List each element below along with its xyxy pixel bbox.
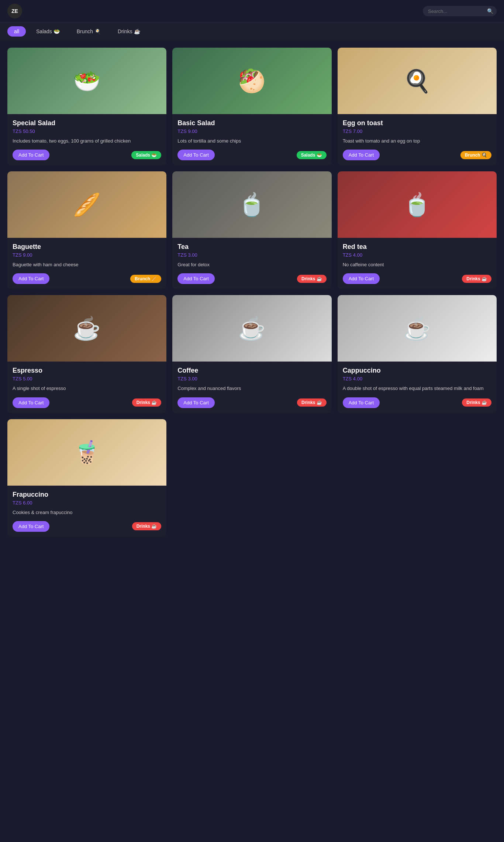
tab-all[interactable]: all bbox=[7, 26, 26, 37]
card-price-special-salad: TZS 50.50 bbox=[13, 129, 161, 134]
card-image-red-tea: 🍵 bbox=[338, 171, 497, 238]
tabs-bar: all Salads 🥗 Brunch 🍳 Drinks ☕ bbox=[0, 23, 504, 40]
card-desc-espresso: A single shot of espresso bbox=[13, 385, 161, 392]
category-badge-special-salad: Salads 🥗 bbox=[131, 151, 161, 159]
card-body-red-tea: Red tea TZS 4.00 No caffeine content Add… bbox=[338, 238, 497, 289]
card-image-egg-on-toast: 🍳 bbox=[338, 48, 497, 114]
add-to-cart-frapuccino[interactable]: Add To Cart bbox=[13, 521, 49, 532]
card-body-special-salad: Special Salad TZS 50.50 Includes tomato,… bbox=[7, 114, 166, 165]
card-footer-tea: Add To Cart Drinks ☕ bbox=[177, 273, 326, 284]
card-footer-egg-on-toast: Add To Cart Brunch 🍳 bbox=[343, 150, 491, 160]
card-body-cappuccino: Cappuccino TZS 4.00 A double shot of esp… bbox=[338, 362, 497, 413]
food-emoji-special-salad: 🥗 bbox=[7, 48, 166, 114]
card-baguette: 🥖 Baguette TZS 9.00 Baguette with ham an… bbox=[7, 171, 166, 289]
card-title-frapuccino: Frapuccino bbox=[13, 491, 161, 499]
card-title-basic-salad: Basic Salad bbox=[177, 119, 326, 127]
card-title-coffee: Coffee bbox=[177, 367, 326, 374]
tab-brunch[interactable]: Brunch 🍳 bbox=[70, 26, 107, 37]
card-footer-special-salad: Add To Cart Salads 🥗 bbox=[13, 150, 161, 160]
food-emoji-red-tea: 🍵 bbox=[338, 171, 497, 238]
card-desc-basic-salad: Lots of tortilla and some chips bbox=[177, 138, 326, 144]
card-body-tea: Tea TZS 3.00 Great for detox Add To Cart… bbox=[172, 238, 331, 289]
category-badge-tea: Drinks ☕ bbox=[297, 275, 327, 283]
add-to-cart-tea[interactable]: Add To Cart bbox=[177, 273, 214, 284]
card-image-tea: 🍵 bbox=[172, 171, 331, 238]
card-footer-frapuccino: Add To Cart Drinks ☕ bbox=[13, 521, 161, 532]
card-espresso: ☕ Espresso TZS 5.00 A single shot of esp… bbox=[7, 295, 166, 413]
tab-salads[interactable]: Salads 🥗 bbox=[30, 26, 66, 37]
avatar: ZE bbox=[7, 4, 22, 18]
category-badge-egg-on-toast: Brunch 🍳 bbox=[460, 151, 491, 159]
category-badge-frapuccino: Drinks ☕ bbox=[132, 522, 162, 530]
card-desc-red-tea: No caffeine content bbox=[343, 261, 491, 268]
card-desc-special-salad: Includes tomato, two eggs, 100 grams of … bbox=[13, 138, 161, 144]
card-footer-baguette: Add To Cart Brunch 🥖 bbox=[13, 273, 161, 284]
category-badge-coffee: Drinks ☕ bbox=[297, 398, 327, 407]
card-image-basic-salad: 🥙 bbox=[172, 48, 331, 114]
card-price-red-tea: TZS 4.00 bbox=[343, 252, 491, 258]
card-body-baguette: Baguette TZS 9.00 Baguette with ham and … bbox=[7, 238, 166, 289]
card-title-espresso: Espresso bbox=[13, 367, 161, 374]
card-body-espresso: Espresso TZS 5.00 A single shot of espre… bbox=[7, 362, 166, 413]
card-body-frapuccino: Frapuccino TZS 6.00 Cookies & cream frap… bbox=[7, 486, 166, 537]
card-price-egg-on-toast: TZS 7.00 bbox=[343, 129, 491, 134]
card-egg-on-toast: 🍳 Egg on toast TZS 7.00 Toast with tomat… bbox=[338, 48, 497, 165]
search-icon[interactable]: 🔍 bbox=[487, 8, 493, 14]
card-desc-egg-on-toast: Toast with tomato and an egg on top bbox=[343, 138, 491, 144]
category-badge-basic-salad: Salads 🥗 bbox=[297, 151, 327, 159]
category-badge-cappuccino: Drinks ☕ bbox=[462, 398, 491, 407]
card-title-cappuccino: Cappuccino bbox=[343, 367, 491, 374]
header: ZE 🔍 bbox=[0, 0, 504, 23]
card-image-cappuccino: ☕ bbox=[338, 295, 497, 362]
add-to-cart-cappuccino[interactable]: Add To Cart bbox=[343, 397, 380, 408]
add-to-cart-coffee[interactable]: Add To Cart bbox=[177, 397, 214, 408]
search-input[interactable] bbox=[428, 8, 487, 14]
food-emoji-cappuccino: ☕ bbox=[338, 295, 497, 362]
card-title-red-tea: Red tea bbox=[343, 243, 491, 251]
card-footer-coffee: Add To Cart Drinks ☕ bbox=[177, 397, 326, 408]
food-emoji-egg-on-toast: 🍳 bbox=[338, 48, 497, 114]
add-to-cart-special-salad[interactable]: Add To Cart bbox=[13, 150, 49, 160]
card-footer-red-tea: Add To Cart Drinks ☕ bbox=[343, 273, 491, 284]
add-to-cart-basic-salad[interactable]: Add To Cart bbox=[177, 150, 214, 160]
card-red-tea: 🍵 Red tea TZS 4.00 No caffeine content A… bbox=[338, 171, 497, 289]
card-desc-coffee: Complex and nuanced flavors bbox=[177, 385, 326, 392]
card-footer-espresso: Add To Cart Drinks ☕ bbox=[13, 397, 161, 408]
food-emoji-coffee: ☕ bbox=[172, 295, 331, 362]
add-to-cart-egg-on-toast[interactable]: Add To Cart bbox=[343, 150, 380, 160]
card-title-tea: Tea bbox=[177, 243, 326, 251]
card-title-egg-on-toast: Egg on toast bbox=[343, 119, 491, 127]
food-emoji-tea: 🍵 bbox=[172, 171, 331, 238]
card-basic-salad: 🥙 Basic Salad TZS 9.00 Lots of tortilla … bbox=[172, 48, 331, 165]
card-desc-frapuccino: Cookies & cream frapuccino bbox=[13, 509, 161, 516]
card-image-coffee: ☕ bbox=[172, 295, 331, 362]
card-desc-baguette: Baguette with ham and cheese bbox=[13, 261, 161, 268]
card-title-baguette: Baguette bbox=[13, 243, 161, 251]
card-special-salad: 🥗 Special Salad TZS 50.50 Includes tomat… bbox=[7, 48, 166, 165]
card-price-cappuccino: TZS 4.00 bbox=[343, 376, 491, 381]
card-image-espresso: ☕ bbox=[7, 295, 166, 362]
card-image-special-salad: 🥗 bbox=[7, 48, 166, 114]
add-to-cart-red-tea[interactable]: Add To Cart bbox=[343, 273, 380, 284]
card-price-frapuccino: TZS 6.00 bbox=[13, 500, 161, 506]
card-frapuccino: 🧋 Frapuccino TZS 6.00 Cookies & cream fr… bbox=[7, 419, 166, 537]
card-title-special-salad: Special Salad bbox=[13, 119, 161, 127]
card-body-basic-salad: Basic Salad TZS 9.00 Lots of tortilla an… bbox=[172, 114, 331, 165]
card-price-basic-salad: TZS 9.00 bbox=[177, 129, 326, 134]
card-footer-cappuccino: Add To Cart Drinks ☕ bbox=[343, 397, 491, 408]
food-emoji-frapuccino: 🧋 bbox=[7, 419, 166, 486]
card-tea: 🍵 Tea TZS 3.00 Great for detox Add To Ca… bbox=[172, 171, 331, 289]
category-badge-red-tea: Drinks ☕ bbox=[462, 275, 491, 283]
food-emoji-espresso: ☕ bbox=[7, 295, 166, 362]
food-emoji-baguette: 🥖 bbox=[7, 171, 166, 238]
tab-drinks[interactable]: Drinks ☕ bbox=[111, 26, 147, 37]
card-price-coffee: TZS 3.00 bbox=[177, 376, 326, 381]
add-to-cart-baguette[interactable]: Add To Cart bbox=[13, 273, 49, 284]
menu-grid: 🥗 Special Salad TZS 50.50 Includes tomat… bbox=[0, 40, 504, 544]
add-to-cart-espresso[interactable]: Add To Cart bbox=[13, 397, 49, 408]
card-image-baguette: 🥖 bbox=[7, 171, 166, 238]
search-bar[interactable]: 🔍 bbox=[423, 6, 497, 16]
card-footer-basic-salad: Add To Cart Salads 🥗 bbox=[177, 150, 326, 160]
card-price-espresso: TZS 5.00 bbox=[13, 376, 161, 381]
category-badge-baguette: Brunch 🥖 bbox=[130, 275, 161, 283]
